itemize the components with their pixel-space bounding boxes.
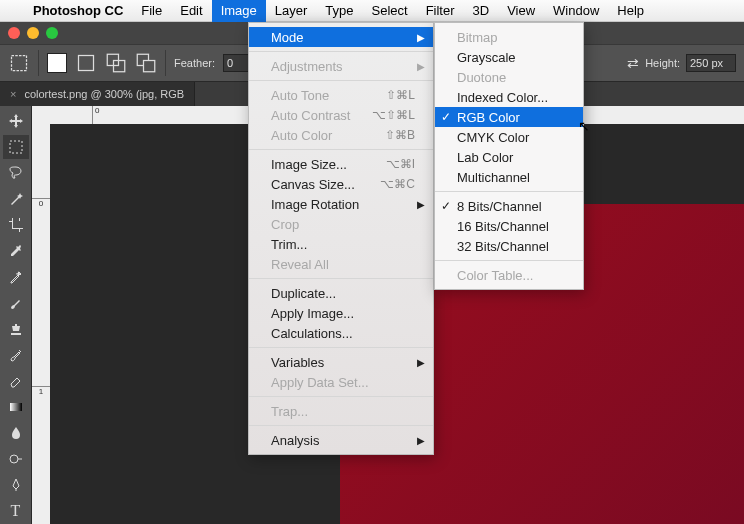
svg-rect-0 (12, 56, 27, 71)
document-tab-title: colortest.png @ 300% (jpg, RGB (24, 88, 184, 100)
menu-item-multichannel[interactable]: Multichannel (435, 167, 583, 187)
menu-item-image-size[interactable]: Image Size...⌥⌘I (249, 154, 433, 174)
height-label: Height: (645, 57, 680, 69)
menu-item-apply-data-set[interactable]: Apply Data Set... (249, 372, 433, 392)
lasso-tool-icon[interactable] (3, 161, 29, 185)
menu-item-8bit[interactable]: ✓8 Bits/Channel (435, 196, 583, 216)
minimize-window-icon[interactable] (27, 27, 39, 39)
app-name[interactable]: Photoshop CC (24, 3, 132, 18)
menu-item-duplicate[interactable]: Duplicate... (249, 283, 433, 303)
document-tab[interactable]: × colortest.png @ 300% (jpg, RGB (0, 82, 195, 106)
svg-rect-6 (10, 141, 22, 153)
menu-item-mode[interactable]: Mode▶ (249, 27, 433, 47)
healing-brush-tool-icon[interactable]: ✚ (3, 265, 29, 289)
menubar-item-view[interactable]: View (498, 0, 544, 22)
menu-item-trap[interactable]: Trap... (249, 401, 433, 421)
eyedropper-tool-icon[interactable] (3, 239, 29, 263)
brush-tool-icon[interactable] (3, 291, 29, 315)
menu-item-variables[interactable]: Variables▶ (249, 352, 433, 372)
feather-label: Feather: (174, 57, 215, 69)
close-window-icon[interactable] (8, 27, 20, 39)
menu-item-bitmap[interactable]: Bitmap (435, 27, 583, 47)
menu-item-16bit[interactable]: 16 Bits/Channel (435, 216, 583, 236)
gradient-tool-icon[interactable] (3, 395, 29, 419)
ruler-tick: 0 (32, 198, 50, 208)
selection-subtract-icon[interactable] (135, 52, 157, 74)
selection-add-icon[interactable] (105, 52, 127, 74)
menubar-item-file[interactable]: File (132, 0, 171, 22)
close-tab-icon[interactable]: × (10, 88, 16, 100)
swap-dimensions-icon[interactable]: ⇄ (627, 55, 639, 71)
ruler-vertical: 0 1 (32, 106, 50, 524)
dodge-tool-icon[interactable] (3, 447, 29, 471)
menubar-item-image[interactable]: Image (212, 0, 266, 22)
image-menu: Mode▶ Adjustments▶ Auto Tone⇧⌘L Auto Con… (248, 22, 434, 455)
tool-preset-icon[interactable] (8, 52, 30, 74)
menu-item-rgb-color[interactable]: ✓RGB Color (435, 107, 583, 127)
menu-item-auto-contrast[interactable]: Auto Contrast⌥⇧⌘L (249, 105, 433, 125)
height-input[interactable] (686, 54, 736, 72)
menu-item-image-rotation[interactable]: Image Rotation▶ (249, 194, 433, 214)
svg-text:✚: ✚ (16, 271, 21, 277)
foreground-swatch-icon[interactable] (47, 53, 67, 73)
svg-rect-8 (10, 403, 22, 411)
menubar-item-layer[interactable]: Layer (266, 0, 317, 22)
tools-panel: ✚ T (0, 106, 32, 524)
menu-item-crop[interactable]: Crop (249, 214, 433, 234)
menu-item-grayscale[interactable]: Grayscale (435, 47, 583, 67)
menubar-item-edit[interactable]: Edit (171, 0, 211, 22)
menu-item-apply-image[interactable]: Apply Image... (249, 303, 433, 323)
menu-item-lab-color[interactable]: Lab Color (435, 147, 583, 167)
pen-tool-icon[interactable] (3, 473, 29, 497)
menu-item-auto-tone[interactable]: Auto Tone⇧⌘L (249, 85, 433, 105)
type-tool-icon[interactable]: T (3, 499, 29, 523)
mac-menubar: Photoshop CC FileEditImageLayerTypeSelec… (0, 0, 744, 22)
menu-item-reveal-all[interactable]: Reveal All (249, 254, 433, 274)
marquee-tool-icon[interactable] (3, 135, 29, 159)
menubar-item-select[interactable]: Select (362, 0, 416, 22)
menu-item-trim[interactable]: Trim... (249, 234, 433, 254)
menubar-item-type[interactable]: Type (316, 0, 362, 22)
blur-tool-icon[interactable] (3, 421, 29, 445)
ruler-tick: 1 (32, 386, 50, 396)
clone-stamp-tool-icon[interactable] (3, 317, 29, 341)
menubar-item-3d[interactable]: 3D (464, 0, 499, 22)
menu-item-auto-color[interactable]: Auto Color⇧⌘B (249, 125, 433, 145)
selection-new-icon[interactable] (75, 52, 97, 74)
menu-item-indexed-color[interactable]: Indexed Color... (435, 87, 583, 107)
menubar-item-help[interactable]: Help (608, 0, 653, 22)
zoom-window-icon[interactable] (46, 27, 58, 39)
menu-item-adjustments[interactable]: Adjustments▶ (249, 56, 433, 76)
menubar-item-window[interactable]: Window (544, 0, 608, 22)
menubar-item-filter[interactable]: Filter (417, 0, 464, 22)
history-brush-tool-icon[interactable] (3, 343, 29, 367)
svg-point-9 (10, 455, 18, 463)
menu-item-32bit[interactable]: 32 Bits/Channel (435, 236, 583, 256)
menu-item-duotone[interactable]: Duotone (435, 67, 583, 87)
magic-wand-tool-icon[interactable] (3, 187, 29, 211)
menu-item-canvas-size[interactable]: Canvas Size...⌥⌘C (249, 174, 433, 194)
move-tool-icon[interactable] (3, 109, 29, 133)
menu-item-color-table[interactable]: Color Table... (435, 265, 583, 285)
svg-rect-1 (79, 56, 94, 71)
ruler-tick: 0 (92, 106, 99, 124)
mode-submenu: Bitmap Grayscale Duotone Indexed Color..… (434, 22, 584, 290)
crop-tool-icon[interactable] (3, 213, 29, 237)
menu-item-calculations[interactable]: Calculations... (249, 323, 433, 343)
eraser-tool-icon[interactable] (3, 369, 29, 393)
menu-item-cmyk-color[interactable]: CMYK Color (435, 127, 583, 147)
svg-rect-5 (144, 61, 155, 72)
menu-item-analysis[interactable]: Analysis▶ (249, 430, 433, 450)
